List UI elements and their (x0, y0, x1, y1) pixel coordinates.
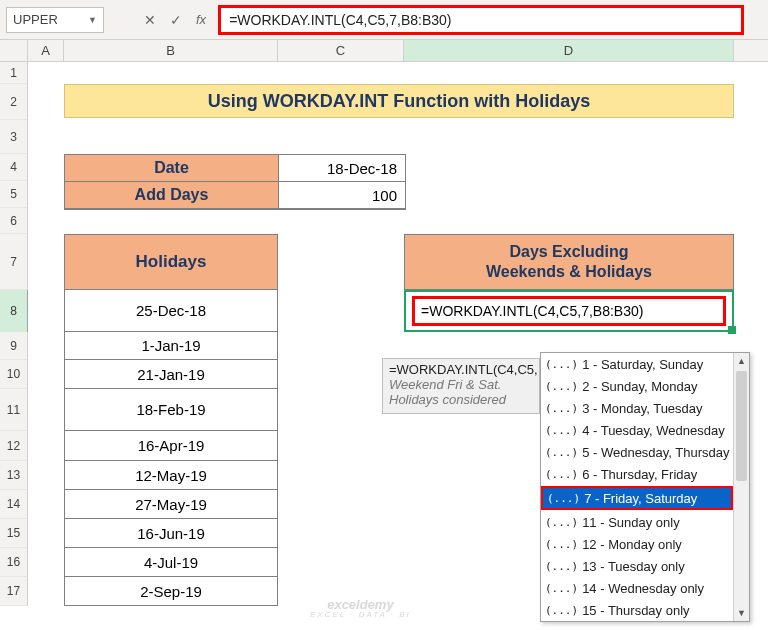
row-header[interactable]: 14 (0, 490, 28, 519)
scroll-thumb[interactable] (736, 371, 747, 481)
holiday-cell[interactable]: 16-Apr-19 (65, 431, 277, 461)
col-header-c[interactable]: C (278, 40, 404, 61)
formula-text: =WORKDAY.INTL(C4,C5,7,B8:B30) (229, 12, 451, 28)
row-header[interactable]: 7 (0, 234, 28, 290)
row-header[interactable]: 3 (0, 120, 28, 154)
row-header[interactable]: 9 (0, 332, 28, 360)
dropdown-item-selected[interactable]: (...)7 - Friday, Saturday (541, 486, 733, 510)
input-value-adddays[interactable]: 100 (279, 182, 405, 209)
enter-icon[interactable]: ✓ (170, 12, 182, 28)
constant-icon: (...) (545, 604, 578, 617)
holiday-cell[interactable]: 21-Jan-19 (65, 360, 277, 389)
row-header[interactable]: 2 (0, 84, 28, 120)
inputs-table: Date 18-Dec-18 Add Days 100 (64, 154, 406, 210)
row-header-column: 1 2 3 4 5 6 7 8 9 10 11 12 13 14 15 16 1… (0, 62, 28, 606)
holiday-cell[interactable]: 1-Jan-19 (65, 332, 277, 360)
input-label-date: Date (65, 155, 279, 182)
constant-icon: (...) (545, 358, 578, 371)
row-header[interactable]: 5 (0, 181, 28, 208)
row-header[interactable]: 12 (0, 431, 28, 461)
holidays-table: 25-Dec-18 1-Jan-19 21-Jan-19 18-Feb-19 1… (64, 290, 278, 606)
weekend-dropdown[interactable]: (...)1 - Saturday, Sunday (...)2 - Sunda… (540, 352, 750, 622)
worksheet-grid[interactable]: 1 2 3 4 5 6 7 8 9 10 11 12 13 14 15 16 1… (0, 62, 768, 630)
name-box-value: UPPER (13, 12, 58, 27)
constant-icon: (...) (545, 538, 578, 551)
col-header-a[interactable]: A (28, 40, 64, 61)
constant-icon: (...) (545, 468, 578, 481)
col-header-d[interactable]: D (404, 40, 734, 61)
row-header[interactable]: 11 (0, 389, 28, 431)
holiday-cell[interactable]: 2-Sep-19 (65, 577, 277, 606)
formula-bar-buttons: ✕ ✓ fx (144, 12, 206, 28)
dropdown-item[interactable]: (...)13 - Tuesday only (541, 555, 733, 577)
scroll-up-icon[interactable]: ▲ (734, 353, 749, 369)
dropdown-item[interactable]: (...)3 - Monday, Tuesday (541, 397, 733, 419)
row-header[interactable]: 1 (0, 62, 28, 84)
row-header[interactable]: 16 (0, 548, 28, 577)
col-header-b[interactable]: B (64, 40, 278, 61)
constant-icon: (...) (545, 516, 578, 529)
holiday-cell[interactable]: 16-Jun-19 (65, 519, 277, 548)
result-header: Days Excluding Weekends & Holidays (404, 234, 734, 290)
formula-tooltip: =WORKDAY.INTL(C4,C5, Weekend Fri & Sat. … (382, 358, 540, 414)
row-header-active[interactable]: 8 (0, 290, 28, 332)
row-header[interactable]: 15 (0, 519, 28, 548)
holiday-cell[interactable]: 18-Feb-19 (65, 389, 277, 431)
holiday-cell[interactable]: 12-May-19 (65, 461, 277, 490)
chevron-down-icon[interactable]: ▼ (88, 15, 97, 25)
name-box[interactable]: UPPER ▼ (6, 7, 104, 33)
dropdown-item[interactable]: (...)1 - Saturday, Sunday (541, 353, 733, 375)
select-all-corner[interactable] (0, 40, 28, 61)
formula-bar-row: UPPER ▼ ✕ ✓ fx =WORKDAY.INTL(C4,C5,7,B8:… (0, 0, 768, 40)
row-header[interactable]: 4 (0, 154, 28, 181)
tooltip-formula: =WORKDAY.INTL(C4,C5, (389, 362, 533, 377)
input-value-date[interactable]: 18-Dec-18 (279, 155, 405, 182)
constant-icon: (...) (545, 582, 578, 595)
dropdown-item[interactable]: (...)15 - Thursday only (541, 599, 733, 621)
column-header-row: A B C D (0, 40, 768, 62)
scroll-down-icon[interactable]: ▼ (734, 605, 749, 621)
constant-icon: (...) (545, 446, 578, 459)
tooltip-note1: Weekend Fri & Sat. (389, 377, 533, 392)
constant-icon: (...) (545, 402, 578, 415)
row-header[interactable]: 10 (0, 360, 28, 389)
fx-icon[interactable]: fx (196, 12, 206, 27)
active-cell-d8[interactable]: =WORKDAY.INTL(C4,C5,7,B8:B30) (404, 290, 734, 332)
page-title: Using WORKDAY.INT Function with Holidays (64, 84, 734, 118)
active-cell-content: =WORKDAY.INTL(C4,C5,7,B8:B30) (412, 296, 726, 326)
dropdown-item[interactable]: (...)5 - Wednesday, Thursday (541, 441, 733, 463)
tooltip-note2: Holidays considered (389, 392, 533, 407)
constant-icon: (...) (547, 492, 580, 505)
dropdown-item[interactable]: (...)11 - Sunday only (541, 511, 733, 533)
row-header[interactable]: 6 (0, 208, 28, 234)
row-header[interactable]: 13 (0, 461, 28, 490)
dropdown-list: (...)1 - Saturday, Sunday (...)2 - Sunda… (541, 353, 733, 621)
holiday-cell[interactable]: 25-Dec-18 (65, 290, 277, 332)
dropdown-scrollbar[interactable]: ▲ ▼ (733, 353, 749, 621)
dropdown-item[interactable]: (...)2 - Sunday, Monday (541, 375, 733, 397)
constant-icon: (...) (545, 560, 578, 573)
cancel-icon[interactable]: ✕ (144, 12, 156, 28)
dropdown-item[interactable]: (...)6 - Thursday, Friday (541, 463, 733, 485)
row-header[interactable]: 17 (0, 577, 28, 606)
constant-icon: (...) (545, 380, 578, 393)
result-header-line1: Days Excluding (509, 242, 628, 262)
input-label-adddays: Add Days (65, 182, 279, 209)
constant-icon: (...) (545, 424, 578, 437)
formula-input[interactable]: =WORKDAY.INTL(C4,C5,7,B8:B30) (218, 5, 744, 35)
holidays-header: Holidays (64, 234, 278, 290)
holiday-cell[interactable]: 27-May-19 (65, 490, 277, 519)
watermark: exceldemy EXCEL · DATA · BI (310, 598, 411, 619)
holiday-cell[interactable]: 4-Jul-19 (65, 548, 277, 577)
dropdown-item[interactable]: (...)14 - Wednesday only (541, 577, 733, 599)
dropdown-item[interactable]: (...)4 - Tuesday, Wednesday (541, 419, 733, 441)
watermark-sub: EXCEL · DATA · BI (310, 611, 411, 619)
result-header-line2: Weekends & Holidays (486, 262, 652, 282)
dropdown-item[interactable]: (...)12 - Monday only (541, 533, 733, 555)
